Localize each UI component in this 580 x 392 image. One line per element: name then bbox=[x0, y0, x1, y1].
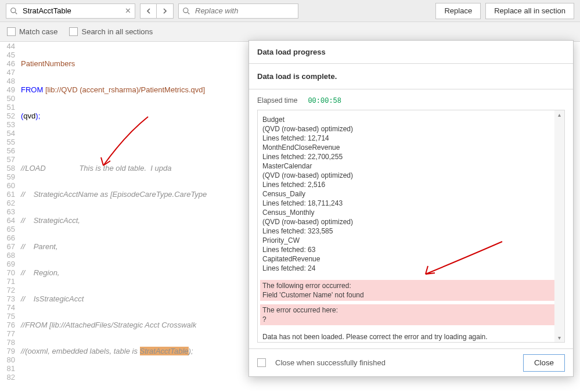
svg-point-0 bbox=[11, 8, 16, 12]
line-number: 64 bbox=[0, 216, 15, 225]
search-icon bbox=[10, 7, 18, 15]
log-content[interactable]: Budget (QVD (row-based) optimized) Lines… bbox=[258, 110, 564, 342]
line-number: 72 bbox=[0, 286, 15, 294]
line-number: 76 bbox=[0, 321, 15, 329]
line-number: 79 bbox=[0, 347, 15, 355]
find-replace-toolbar: ✕ Replace Replace all in section bbox=[0, 0, 580, 22]
line-number: 48 bbox=[0, 77, 15, 85]
search-icon-replace bbox=[182, 7, 190, 15]
error-block: The following error occurred:Field 'Cust… bbox=[260, 280, 556, 301]
replace-input[interactable] bbox=[194, 6, 294, 16]
svg-line-3 bbox=[188, 12, 189, 14]
line-number: 81 bbox=[0, 364, 15, 373]
svg-line-1 bbox=[15, 12, 17, 14]
line-number: 53 bbox=[0, 120, 15, 129]
dialog-title: Data load progress bbox=[249, 41, 573, 64]
search-nav bbox=[140, 3, 174, 19]
dialog-footer: Close when successfully finished Close bbox=[249, 348, 573, 376]
log-panel: Budget (QVD (row-based) optimized) Lines… bbox=[257, 110, 565, 343]
checkbox-icon bbox=[69, 27, 78, 36]
line-number: 77 bbox=[0, 329, 15, 338]
line-number: 58 bbox=[0, 164, 15, 172]
line-number: 51 bbox=[0, 103, 15, 112]
line-number: 47 bbox=[0, 68, 15, 77]
line-number: 60 bbox=[0, 181, 15, 190]
line-number: 66 bbox=[0, 233, 15, 242]
line-number: 50 bbox=[0, 94, 15, 103]
scroll-up-icon[interactable]: ▴ bbox=[558, 112, 561, 118]
line-number: 44 bbox=[0, 42, 15, 51]
scroll-down-icon[interactable]: ▾ bbox=[558, 335, 561, 341]
line-number: 61 bbox=[0, 190, 15, 199]
replace-all-button[interactable]: Replace all in section bbox=[485, 3, 574, 19]
line-number: 68 bbox=[0, 251, 15, 260]
line-number: 52 bbox=[0, 112, 15, 120]
svg-point-2 bbox=[183, 8, 188, 12]
line-number: 63 bbox=[0, 207, 15, 216]
line-number-gutter: 4445464748495051525354555657585960616263… bbox=[0, 42, 19, 392]
line-number: 55 bbox=[0, 138, 15, 146]
search-all-sections-option[interactable]: Search in all sections bbox=[69, 27, 153, 36]
line-number: 69 bbox=[0, 260, 15, 268]
line-number: 62 bbox=[0, 199, 15, 207]
line-number: 80 bbox=[0, 355, 15, 364]
line-number: 57 bbox=[0, 155, 15, 164]
search-next-button[interactable] bbox=[157, 4, 173, 18]
match-case-option[interactable]: Match case bbox=[7, 27, 57, 36]
clear-search-icon[interactable]: ✕ bbox=[125, 6, 131, 15]
dialog-subtitle: Data load is complete. bbox=[249, 64, 573, 89]
line-number: 67 bbox=[0, 242, 15, 251]
line-number: 59 bbox=[0, 172, 15, 181]
line-number: 49 bbox=[0, 85, 15, 94]
line-number: 70 bbox=[0, 268, 15, 277]
line-number: 54 bbox=[0, 129, 15, 138]
search-field-wrap: ✕ bbox=[6, 3, 135, 19]
error-block: The error occurred here:? bbox=[260, 304, 556, 325]
replace-button[interactable]: Replace bbox=[435, 3, 481, 19]
line-number: 82 bbox=[0, 373, 15, 382]
data-load-progress-dialog: Data load progress Data load is complete… bbox=[248, 40, 574, 377]
search-input[interactable] bbox=[21, 6, 121, 16]
line-number: 65 bbox=[0, 225, 15, 233]
line-number: 74 bbox=[0, 303, 15, 312]
close-button[interactable]: Close bbox=[523, 354, 565, 372]
search-prev-button[interactable] bbox=[141, 4, 157, 18]
log-tail-message: Data has not been loaded. Please correct… bbox=[262, 332, 554, 341]
scrollbar[interactable]: ▴ ▾ bbox=[554, 110, 564, 342]
checkbox-icon bbox=[7, 27, 16, 36]
line-number: 46 bbox=[0, 59, 15, 68]
line-number: 56 bbox=[0, 146, 15, 155]
checkbox-icon[interactable] bbox=[257, 358, 266, 367]
line-number: 71 bbox=[0, 277, 15, 286]
replace-field-wrap bbox=[178, 3, 298, 19]
line-number: 75 bbox=[0, 312, 15, 321]
elapsed-time: Elapsed time00:00:58 bbox=[249, 89, 573, 110]
line-number: 73 bbox=[0, 294, 15, 303]
line-number: 45 bbox=[0, 51, 15, 59]
close-when-finished-label[interactable]: Close when successfully finished bbox=[275, 358, 386, 367]
search-options: Match case Search in all sections bbox=[0, 22, 580, 42]
line-number: 78 bbox=[0, 338, 15, 347]
